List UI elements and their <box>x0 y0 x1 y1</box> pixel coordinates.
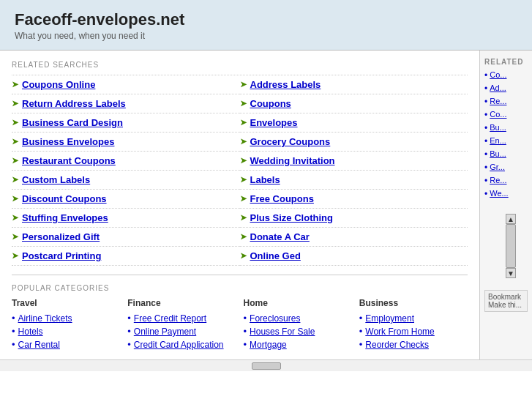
related-link[interactable]: Return Address Labels <box>22 98 126 109</box>
sidebar-link[interactable]: Re... <box>490 97 506 105</box>
related-link[interactable]: Coupons <box>250 98 291 109</box>
sidebar-link[interactable]: Re... <box>490 176 506 184</box>
arrow-icon: ➤ <box>240 213 247 223</box>
popular-link[interactable]: Car Rental <box>18 340 60 350</box>
arrow-icon: ➤ <box>12 194 18 204</box>
scroll-thumb[interactable] <box>506 224 516 268</box>
arrow-icon: ➤ <box>240 137 247 146</box>
list-item: Houses For Sale <box>244 326 352 337</box>
related-link[interactable]: Labels <box>250 174 280 185</box>
popular-categories-grid: Travel Airline Tickets Hotels Car Rental… <box>12 298 468 352</box>
right-sidebar: RELATED Co... Ad... Re... Co... Bu... En… <box>479 51 532 359</box>
sidebar-link-list: Co... Ad... Re... Co... Bu... En... Bu..… <box>484 70 528 199</box>
popular-link[interactable]: Foreclosures <box>250 313 300 324</box>
popular-link[interactable]: Mortgage <box>250 340 287 350</box>
list-item: ➤ Free Coupons <box>240 190 468 209</box>
list-item: ➤ Online Ged <box>240 247 468 266</box>
bookmark-area: Bookmark Make thi... <box>484 290 528 312</box>
related-link[interactable]: Free Coupons <box>250 193 314 204</box>
list-item: ➤ Wedding Invitation <box>240 152 468 171</box>
related-link[interactable]: Business Card Design <box>22 117 123 128</box>
related-link[interactable]: Coupons Online <box>22 79 95 90</box>
list-item: ➤ Business Card Design <box>12 113 240 133</box>
related-link[interactable]: Wedding Invitation <box>250 155 335 166</box>
arrow-icon: ➤ <box>12 251 18 261</box>
popular-col-finance: Finance Free Credit Report Online Paymen… <box>127 298 236 352</box>
bookmark-line2: Make thi... <box>488 301 524 309</box>
horizontal-scroll-thumb[interactable] <box>252 362 281 370</box>
list-item: We... <box>484 189 528 199</box>
related-searches-label: RELATED SEARCHES <box>12 61 468 69</box>
sidebar-link[interactable]: Bu... <box>490 123 506 132</box>
site-subtitle: What you need, when you need it <box>15 31 517 41</box>
footer-scrollbar <box>0 359 532 371</box>
popular-link[interactable]: Credit Card Application <box>134 340 224 350</box>
list-item: ➤ Postcard Printing <box>12 247 240 266</box>
list-item: Free Credit Report <box>127 313 236 324</box>
related-link[interactable]: Stuffing Envelopes <box>22 212 108 223</box>
popular-link[interactable]: Online Payment <box>134 327 196 337</box>
bookmark-line1: Bookmark <box>488 293 524 301</box>
popular-link[interactable]: Hotels <box>18 327 43 337</box>
arrow-icon: ➤ <box>12 118 18 127</box>
list-item: Gr... <box>484 163 528 173</box>
related-link[interactable]: Envelopes <box>250 117 298 128</box>
arrow-icon: ➤ <box>240 232 247 242</box>
popular-link[interactable]: Free Credit Report <box>134 313 206 324</box>
list-item: ➤ Coupons Online <box>12 75 240 94</box>
related-link[interactable]: Discount Coupons <box>22 193 107 204</box>
scrollbar[interactable]: ▲ ▼ <box>484 214 532 278</box>
related-link[interactable]: Online Ged <box>250 250 301 261</box>
sidebar-link[interactable]: En... <box>490 136 506 145</box>
list-item: Co... <box>484 110 528 120</box>
scroll-down-button[interactable]: ▼ <box>506 268 516 278</box>
sidebar-link[interactable]: Bu... <box>490 149 506 158</box>
list-item: Ad... <box>484 83 528 94</box>
list-item: ➤ Grocery Coupons <box>240 133 468 152</box>
popular-link[interactable]: Employment <box>365 313 414 324</box>
list-item: Bu... <box>484 123 528 133</box>
related-link[interactable]: Personalized Gift <box>22 231 100 242</box>
sidebar-link[interactable]: We... <box>490 189 508 198</box>
related-link[interactable]: Address Labels <box>250 79 321 90</box>
arrow-icon: ➤ <box>240 194 247 204</box>
arrow-icon: ➤ <box>12 80 18 89</box>
sidebar-related-label: RELATED <box>484 58 528 66</box>
list-item: Foreclosures <box>244 313 352 324</box>
popular-link[interactable]: Houses For Sale <box>250 327 315 337</box>
related-link[interactable]: Donate A Car <box>250 231 310 242</box>
list-item: ➤ Stuffing Envelopes <box>12 209 240 228</box>
related-link[interactable]: Restaurant Coupons <box>22 155 116 166</box>
list-item: ➤ Return Address Labels <box>12 94 240 113</box>
list-item: Work From Home <box>359 326 468 337</box>
list-item: Airline Tickets <box>12 313 120 324</box>
arrow-icon: ➤ <box>12 99 18 108</box>
popular-categories-section: POPULAR CATEGORIES Travel Airline Ticket… <box>12 275 468 352</box>
related-link[interactable]: Custom Labels <box>22 174 90 185</box>
popular-link[interactable]: Reorder Checks <box>365 340 429 350</box>
arrow-icon: ➤ <box>240 175 247 184</box>
popular-col-home: Home Foreclosures Houses For Sale Mortga… <box>244 298 352 352</box>
sidebar-link[interactable]: Ad... <box>490 83 506 92</box>
scroll-up-button[interactable]: ▲ <box>506 214 516 224</box>
related-link[interactable]: Plus Size Clothing <box>250 212 333 223</box>
related-link[interactable]: Postcard Printing <box>22 250 101 261</box>
sidebar-link[interactable]: Co... <box>490 70 506 79</box>
list-item: Employment <box>359 313 468 324</box>
popular-link[interactable]: Airline Tickets <box>18 313 72 324</box>
related-link[interactable]: Business Envelopes <box>22 136 114 147</box>
related-link[interactable]: Grocery Coupons <box>250 136 331 147</box>
list-item: ➤ Coupons <box>240 94 468 113</box>
list-item: En... <box>484 136 528 146</box>
list-item: ➤ Envelopes <box>240 113 468 133</box>
list-item: Re... <box>484 97 528 107</box>
site-title: Faceoff-envelopes.net <box>15 10 517 29</box>
arrow-icon: ➤ <box>240 156 247 165</box>
arrow-icon: ➤ <box>12 213 18 223</box>
list-item: ➤ Restaurant Coupons <box>12 152 240 171</box>
arrow-icon: ➤ <box>12 175 18 184</box>
sidebar-link[interactable]: Gr... <box>490 163 505 171</box>
sidebar-link[interactable]: Co... <box>490 110 506 119</box>
popular-link[interactable]: Work From Home <box>365 327 434 337</box>
arrow-icon: ➤ <box>12 232 18 242</box>
